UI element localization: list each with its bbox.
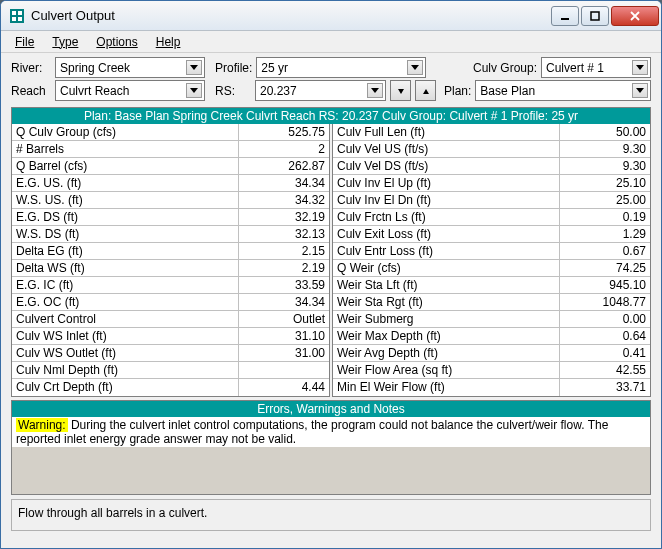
plan-label: Plan: [444,84,471,98]
menu-help[interactable]: Help [148,33,189,51]
data-row: Weir Max Depth (ft)0.64 [333,328,650,345]
data-value: 34.34 [239,175,329,191]
warning-text: During the culvert inlet control computa… [16,418,608,446]
data-value: 0.19 [560,209,650,225]
culvert-output-window: Culvert Output File Type Options Help Ri… [0,0,662,549]
data-label: Culv Entr Loss (ft) [333,243,560,259]
data-label: Weir Submerg [333,311,560,327]
rs-up-button[interactable] [415,80,436,101]
minimize-button[interactable] [551,6,579,26]
data-row: Culvert ControlOutlet [12,311,329,328]
data-label: Culv Crt Depth (ft) [12,379,239,396]
data-value: 525.75 [239,124,329,140]
chevron-down-icon [186,83,202,98]
data-row: Weir Sta Rgt (ft)1048.77 [333,294,650,311]
profile-select[interactable]: 25 yr [256,57,426,78]
data-label: Q Culv Group (cfs) [12,124,239,140]
data-label: # Barrels [12,141,239,157]
data-value: 1048.77 [560,294,650,310]
data-label: Min El Weir Flow (ft) [333,379,560,396]
data-row: Culv Vel US (ft/s)9.30 [333,141,650,158]
data-label: Delta EG (ft) [12,243,239,259]
data-row: Culv Inv El Dn (ft)25.00 [333,192,650,209]
data-value: 0.67 [560,243,650,259]
data-label: Weir Max Depth (ft) [333,328,560,344]
data-row: Q Barrel (cfs)262.87 [12,158,329,175]
data-value: 34.32 [239,192,329,208]
data-value: 262.87 [239,158,329,174]
selector-row-2: Reach Culvrt Reach RS: 20.237 Plan: Base… [1,80,661,107]
svg-rect-3 [12,17,16,21]
data-label: Weir Sta Rgt (ft) [333,294,560,310]
data-row: # Barrels2 [12,141,329,158]
data-column-left: Q Culv Group (cfs)525.75# Barrels2Q Barr… [11,124,330,397]
data-row: Culv WS Outlet (ft)31.00 [12,345,329,362]
data-row: Culv Inv El Up (ft)25.10 [333,175,650,192]
chevron-down-icon [632,83,648,98]
data-value: 50.00 [560,124,650,140]
data-label: Culv Full Len (ft) [333,124,560,140]
data-value: 25.00 [560,192,650,208]
rs-select[interactable]: 20.237 [255,80,386,101]
data-value: 2 [239,141,329,157]
chevron-down-icon [186,60,202,75]
data-value: 32.13 [239,226,329,242]
status-bar: Flow through all barrels in a culvert. [11,499,651,531]
data-value: 0.41 [560,345,650,361]
data-value: 945.10 [560,277,650,293]
data-value: 42.55 [560,362,650,378]
menu-options[interactable]: Options [88,33,145,51]
data-row: Culv Full Len (ft)50.00 [333,124,650,141]
data-label: Culv Vel DS (ft/s) [333,158,560,174]
data-value: 32.19 [239,209,329,225]
titlebar[interactable]: Culvert Output [1,1,661,31]
chevron-down-icon [367,83,383,98]
chevron-down-icon [632,60,648,75]
data-grid: Q Culv Group (cfs)525.75# Barrels2Q Barr… [11,124,651,397]
data-label: Culv Nml Depth (ft) [12,362,239,378]
river-select[interactable]: Spring Creek [55,57,205,78]
data-row: Culv Entr Loss (ft)0.67 [333,243,650,260]
data-row: E.G. OC (ft)34.34 [12,294,329,311]
data-row: Culv WS Inlet (ft)31.10 [12,328,329,345]
data-value: 2.15 [239,243,329,259]
data-row: Q Weir (cfs)74.25 [333,260,650,277]
selector-row-1: River: Spring Creek Profile: 25 yr Culv … [1,53,661,80]
data-label: E.G. US. (ft) [12,175,239,191]
data-row: Q Culv Group (cfs)525.75 [12,124,329,141]
data-label: W.S. US. (ft) [12,192,239,208]
close-button[interactable] [611,6,659,26]
data-row: Culv Crt Depth (ft)4.44 [12,379,329,396]
maximize-button[interactable] [581,6,609,26]
warnings-box[interactable]: Warning: During the culvert inlet contro… [11,417,651,495]
data-row: Weir Submerg0.00 [333,311,650,328]
data-value: 0.00 [560,311,650,327]
data-value: 34.34 [239,294,329,310]
reach-label: Reach [11,84,51,98]
rs-label: RS: [215,84,251,98]
data-label: Weir Flow Area (sq ft) [333,362,560,378]
data-row: Min El Weir Flow (ft)33.71 [333,379,650,396]
data-value: Outlet [239,311,329,327]
data-row: W.S. US. (ft)34.32 [12,192,329,209]
data-label: Weir Avg Depth (ft) [333,345,560,361]
menu-type[interactable]: Type [44,33,86,51]
data-label: E.G. DS (ft) [12,209,239,225]
culv-group-select[interactable]: Culvert # 1 [541,57,651,78]
data-row: Weir Flow Area (sq ft)42.55 [333,362,650,379]
data-label: Culv Vel US (ft/s) [333,141,560,157]
data-label: Culv Inv El Dn (ft) [333,192,560,208]
data-label: E.G. IC (ft) [12,277,239,293]
data-value: 2.19 [239,260,329,276]
data-label: Q Barrel (cfs) [12,158,239,174]
data-value: 33.59 [239,277,329,293]
svg-rect-1 [12,11,16,15]
plan-select[interactable]: Base Plan [475,80,651,101]
menu-file[interactable]: File [7,33,42,51]
reach-select[interactable]: Culvrt Reach [55,80,205,101]
chevron-down-icon [407,60,423,75]
data-header-bar: Plan: Base Plan Spring Creek Culvrt Reac… [11,107,651,124]
rs-down-button[interactable] [390,80,411,101]
data-value: 0.64 [560,328,650,344]
data-label: W.S. DS (ft) [12,226,239,242]
